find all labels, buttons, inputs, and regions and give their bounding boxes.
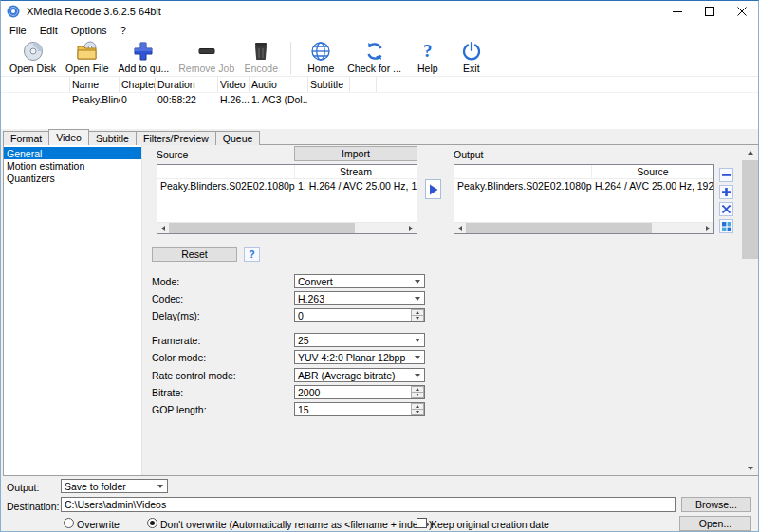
delay-spinner[interactable]: 0 [294,308,425,322]
output-section-label: Output [454,149,484,160]
color-mode-label: Color mode: [152,352,206,363]
job-row[interactable]: Peaky.Blind... 0 00:58:22 H.26... 1. AC3… [1,93,758,107]
panel-vertical-scrollbar[interactable] [742,145,758,475]
tab-queue[interactable]: Queue [215,131,261,145]
source-stream-info: 1. H.264 / AVC 25.00 Hz, 1920 x 108 [295,179,417,193]
open-disk-button[interactable]: Open Disk [5,40,61,76]
plus-icon [722,188,731,196]
add-to-queue-button[interactable]: Add to qu... [114,40,175,76]
delay-label: Delay(ms): [152,310,200,321]
remove-stream-button[interactable] [719,168,733,182]
scrollbar-thumb[interactable] [742,160,758,259]
scroll-up-icon[interactable] [742,145,758,159]
sidebar-item-quantizers[interactable]: Quantizers [4,172,141,184]
spin-up-icon[interactable] [411,309,424,316]
power-icon [461,40,482,63]
color-mode-select[interactable]: YUV 4:2:0 Planar 12bpp [294,350,425,364]
help-button[interactable]: ? Help [406,40,450,76]
column-name[interactable]: Name [70,77,120,92]
column-audio[interactable]: Audio [250,77,308,92]
mode-select[interactable]: Convert [294,274,425,288]
job-list-header: Name Chapters Duration Video Audio Subti… [1,77,758,93]
open-output-button[interactable]: Open... [679,516,751,531]
source-horizontal-scrollbar[interactable] [157,222,417,233]
add-stream-button[interactable] [719,185,733,199]
dont-overwrite-label[interactable]: Don't overwrite (Automatically rename as… [160,519,433,530]
window-controls [661,1,758,22]
exit-button[interactable]: Exit [450,40,493,76]
scroll-left-icon[interactable] [157,223,169,233]
output-horizontal-scrollbar[interactable] [454,222,713,233]
source-stream-row[interactable]: Peaky.Blinders.S02E02.1080p.rus... 1. H.… [157,179,417,193]
scroll-right-icon[interactable] [405,223,417,233]
column-chapters[interactable]: Chapters [120,77,156,92]
window-title: XMedia Recode 3.6.2.5 64bit [27,6,161,17]
menu-help[interactable]: ? [114,24,133,37]
check-updates-button[interactable]: Check for ... [342,40,406,76]
minus-icon [196,40,217,63]
scrollbar-thumb[interactable] [169,223,355,233]
source-section-label: Source [157,149,188,160]
add-stream-to-output-button[interactable] [425,179,441,199]
output-stream-list[interactable]: Source Peaky.Blinders.S02E02.1080p.rus.L… [454,164,714,234]
dont-overwrite-radio[interactable] [147,518,157,528]
spin-down-icon[interactable] [411,410,424,415]
menu-file[interactable]: File [3,24,33,37]
job-subtitle [308,93,350,107]
encode-button[interactable]: Encode [239,40,283,76]
maximize-button[interactable] [694,1,726,22]
overwrite-radio[interactable] [64,518,74,528]
browse-button[interactable]: Browse... [681,497,751,512]
menu-edit[interactable]: Edit [33,24,65,37]
titlebar[interactable]: XMedia Recode 3.6.2.5 64bit [1,1,758,22]
overwrite-label[interactable]: Overwrite [77,519,120,530]
stream-matrix-button[interactable] [719,219,733,233]
column-video[interactable]: Video [218,77,250,92]
column-subtitle[interactable]: Subtitle [308,77,350,92]
spin-down-icon[interactable] [411,316,424,321]
spin-up-icon[interactable] [411,386,424,393]
codec-select[interactable]: H.263 [294,291,425,305]
bitrate-spinner[interactable]: 2000 [294,385,425,399]
output-stream-row[interactable]: Peaky.Blinders.S02E02.1080p.rus.Lo... H.… [454,179,713,193]
keep-date-label[interactable]: Keep original creation date [431,519,549,530]
destination-input[interactable] [61,497,676,512]
sidebar-item-general[interactable]: General [4,147,141,159]
field-help-button[interactable]: ? [244,247,260,262]
tab-format[interactable]: Format [3,131,49,145]
destination-label: Destination: [7,501,59,512]
open-file-button[interactable]: Open File [61,40,114,76]
column-duration[interactable]: Duration [156,77,218,92]
framerate-select[interactable]: 25 [294,333,425,347]
clear-streams-button[interactable] [719,202,733,216]
chevron-down-icon [410,351,424,363]
tab-filters-preview[interactable]: Filters/Preview [136,131,216,145]
job-name: Peaky.Blind... [70,93,120,107]
spin-down-icon[interactable] [411,393,424,398]
source-stream-column-header: Stream [295,165,417,178]
job-list[interactable]: Name Chapters Duration Video Audio Subti… [1,77,758,129]
scroll-right-icon[interactable] [702,223,713,233]
minimize-button[interactable] [661,1,694,22]
close-button[interactable] [726,1,758,22]
remove-job-button[interactable]: Remove Job [174,40,239,76]
minus-icon [722,171,731,179]
gop-length-label: GOP length: [152,404,207,415]
tab-video[interactable]: Video [48,129,89,145]
question-icon: ? [423,40,433,63]
scrollbar-thumb[interactable] [466,223,652,233]
rate-control-select[interactable]: ABR (Average bitrate) [294,368,425,382]
menu-options[interactable]: Options [65,24,114,37]
scroll-left-icon[interactable] [454,223,466,233]
sidebar-item-motion-estimation[interactable]: Motion estimation [4,159,141,172]
tab-subtitle[interactable]: Subtitle [88,131,137,145]
keep-date-checkbox[interactable] [417,518,427,528]
output-mode-select[interactable]: Save to folder [61,479,168,493]
spin-up-icon[interactable] [411,403,424,410]
scroll-down-icon[interactable] [742,461,758,475]
gop-length-spinner[interactable]: 15 [294,402,425,416]
home-button[interactable]: Home [299,40,342,76]
import-button[interactable]: Import [294,146,417,161]
reset-button[interactable]: Reset [152,247,237,262]
source-stream-list[interactable]: Stream Peaky.Blinders.S02E02.1080p.rus..… [157,164,417,234]
